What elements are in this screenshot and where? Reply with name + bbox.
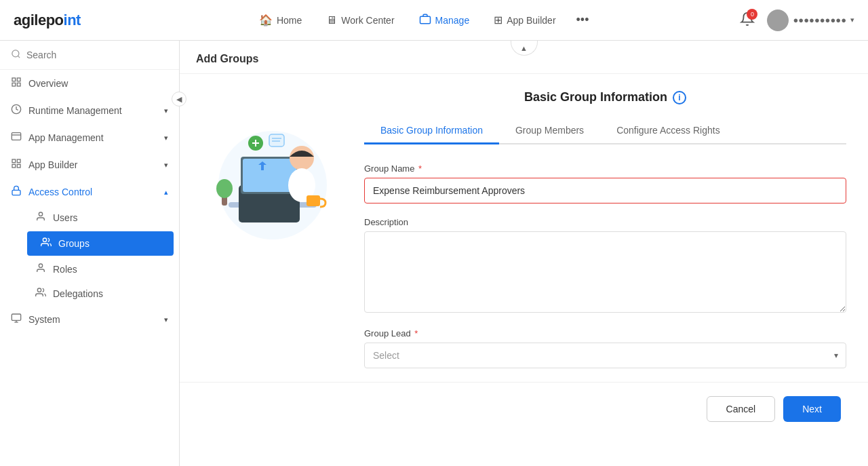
group-lead-select-wrap: Select ▾ (364, 343, 846, 368)
svg-point-14 (43, 238, 46, 241)
chevron-down-icon: ▾ (164, 106, 168, 115)
svg-rect-10 (17, 164, 20, 168)
nav-more[interactable]: ••• (571, 9, 595, 31)
nav-workcenter[interactable]: 🖥 Work Center (317, 10, 403, 31)
sidebar-item-delegations[interactable]: Delegations (22, 281, 179, 306)
section-title-text: Basic Group Information (524, 90, 667, 104)
svg-rect-9 (17, 159, 20, 163)
sidebar-item-overview[interactable]: Overview (0, 70, 179, 97)
sidebar-item-groups[interactable]: Groups (27, 231, 174, 256)
sidebar-collapse-button[interactable]: ◀ (172, 92, 186, 106)
sidebar-item-label: System (28, 314, 157, 325)
tab-access[interactable]: Configure Access Rights (600, 118, 736, 144)
search-icon (11, 49, 21, 61)
sidebar: Overview Runtime Management ▾ App Manage… (0, 41, 180, 466)
nav-home[interactable]: 🏠 Home (250, 9, 311, 31)
svg-rect-11 (12, 164, 16, 168)
group-name-input[interactable] (364, 178, 846, 203)
sidebar-item-label: Access Control (28, 187, 157, 197)
notification-button[interactable]: 0 (736, 7, 759, 33)
main-content: ▲ Add Groups (180, 41, 868, 466)
sidebar-sub-accesscontrol: Users Groups Roles Dele (0, 206, 179, 306)
svg-point-15 (39, 264, 42, 267)
sidebar-item-label: Roles (53, 264, 168, 275)
folder-icon (11, 131, 22, 144)
svg-rect-12 (12, 190, 20, 195)
user-menu[interactable]: ●●●●●●●●●● ▾ (767, 9, 854, 31)
grid2-icon (11, 158, 22, 172)
sidebar-item-roles[interactable]: Roles (22, 257, 179, 281)
svg-point-26 (216, 179, 233, 198)
sidebar-item-system[interactable]: System ▾ (0, 306, 179, 333)
form-panel: Basic Group Information i Basic Group In… (351, 90, 846, 382)
sidebar-item-users[interactable]: Users (22, 206, 179, 230)
next-button[interactable]: Next (783, 396, 841, 422)
tab-basic[interactable]: Basic Group Information (364, 118, 499, 144)
tabs: Basic Group Information Group Members Co… (364, 118, 846, 144)
user-icon (35, 211, 46, 225)
svg-rect-28 (269, 134, 284, 147)
chevron-left-icon: ◀ (176, 95, 182, 104)
nav-appbuilder[interactable]: ⊞ App Builder (484, 9, 565, 31)
svg-rect-2 (12, 78, 16, 81)
monitor-icon: 🖥 (326, 14, 337, 26)
svg-rect-7 (12, 133, 20, 140)
avatar (767, 9, 789, 31)
cancel-button[interactable]: Cancel (707, 396, 776, 422)
required-indicator: * (414, 328, 418, 338)
sidebar-item-label: Overview (28, 78, 168, 89)
nav-manage[interactable]: Manage (410, 9, 479, 32)
required-indicator: * (418, 163, 422, 174)
group-name-field: Group Name * (364, 163, 846, 203)
sidebar-item-label: Runtime Management (28, 105, 157, 116)
sidebar-item-appbuilder[interactable]: App Builder ▾ (0, 151, 179, 178)
sidebar-item-label: Delegations (53, 288, 168, 299)
section-title: Basic Group Information i (364, 90, 846, 104)
svg-point-1 (12, 50, 19, 57)
nav-right: 0 ●●●●●●●●●● ▾ (736, 7, 854, 33)
sidebar-item-label: Users (53, 212, 168, 223)
group-lead-select[interactable]: Select (364, 343, 846, 368)
sidebar-item-runtime[interactable]: Runtime Management ▾ (0, 97, 179, 124)
grid-icon: ⊞ (494, 14, 502, 26)
app-layout: Overview Runtime Management ▾ App Manage… (0, 41, 868, 466)
chevron-down-icon: ▾ (850, 16, 854, 24)
sidebar-item-label: App Builder (28, 159, 157, 170)
description-textarea[interactable] (364, 231, 846, 313)
sidebar-item-label: Groups (58, 238, 163, 249)
svg-point-16 (37, 288, 41, 292)
group-lead-label: Group Lead * (364, 328, 846, 338)
home-icon: 🏠 (259, 14, 273, 26)
chevron-down-icon: ▾ (164, 315, 168, 324)
svg-point-13 (39, 212, 42, 216)
chevron-up-icon: ▴ (164, 188, 168, 197)
notification-badge: 0 (747, 9, 757, 20)
system-icon (11, 313, 22, 326)
lock-icon (11, 185, 22, 199)
briefcase-icon (419, 13, 431, 28)
chevron-down-icon: ▾ (164, 134, 168, 142)
chevron-up-icon: ▲ (520, 44, 528, 52)
svg-rect-0 (420, 16, 430, 24)
svg-rect-27 (307, 195, 320, 206)
svg-rect-17 (12, 314, 20, 320)
logo: agilepoint (14, 12, 81, 29)
sidebar-item-accesscontrol[interactable]: Access Control ▴ (0, 178, 179, 206)
svg-rect-4 (17, 83, 20, 86)
page-title: Add Groups (196, 53, 258, 64)
clock-icon (11, 104, 22, 117)
sidebar-item-label: App Management (28, 132, 157, 143)
description-label: Description (364, 217, 846, 227)
search-box (0, 41, 179, 70)
group-lead-field: Group Lead * Select ▾ (364, 328, 846, 368)
overview-icon (11, 77, 22, 90)
sidebar-item-appmanagement[interactable]: App Management ▾ (0, 124, 179, 151)
search-input[interactable] (26, 50, 168, 60)
illustration (201, 90, 351, 248)
nav-links: 🏠 Home 🖥 Work Center Manage ⊞ App Builde… (108, 9, 736, 32)
info-icon[interactable]: i (673, 91, 686, 104)
svg-rect-8 (12, 159, 16, 163)
user-name: ●●●●●●●●●● (793, 15, 846, 25)
tab-members[interactable]: Group Members (499, 118, 600, 144)
groups-icon (41, 237, 52, 250)
